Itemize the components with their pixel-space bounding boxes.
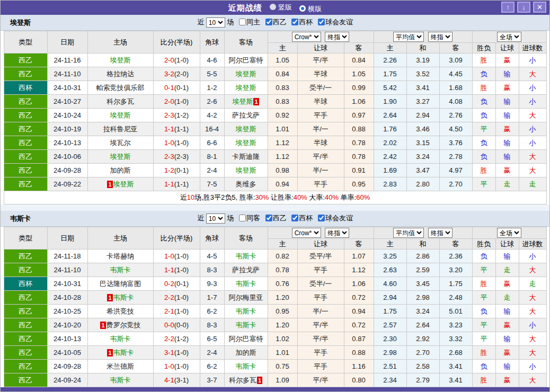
col-goals: 进球数 (519, 239, 546, 250)
scope-select[interactable]: 全场 (497, 32, 521, 42)
away-team: 阿尔巴塞特 (224, 332, 268, 346)
result-goals: 小 (519, 136, 546, 150)
match-date: 24-10-24 (47, 109, 87, 122)
avg-final-select[interactable]: 终指 (428, 32, 453, 42)
avg-away-odds: 1.75 (439, 277, 472, 291)
result-goals: 小 (519, 318, 546, 332)
fulltime-score: 2-2 (164, 293, 174, 301)
col-avg-home: 主 (374, 43, 406, 54)
layout-radio-horizontal[interactable]: 横版 (299, 2, 322, 16)
halftime-score: (2-3) (174, 153, 189, 161)
home-team: 1费罗尔竞技 (87, 318, 153, 332)
away-team-name: 埃登斯 (236, 125, 256, 133)
match-count-select[interactable]: 10 (206, 213, 225, 224)
ah-line: 半/一 (297, 122, 344, 136)
match-score: 2-1(1-0) (153, 305, 200, 318)
match-date: 24-10-28 (47, 291, 87, 305)
same-venue-label[interactable]: 同客 (246, 214, 260, 222)
fulltime-score: 0-0 (164, 321, 174, 329)
move-down-button[interactable]: ↓ (517, 2, 530, 13)
away-team-name: 萨拉戈萨 (232, 266, 260, 274)
corner-score: 4-6 (200, 54, 224, 67)
table-row: 西杯 24-10-31 巴达隆纳富图 0-2(0-1) 9-3 韦斯卡 0.76… (4, 277, 546, 291)
table-row: 西乙 24-09-28 加的斯 1-2(0-1) 2-4 埃登斯 0.98 半/… (4, 164, 546, 177)
home-team: 格拉纳达 (87, 67, 153, 81)
league-checkbox-cup[interactable] (291, 215, 298, 221)
col-ah-away: 客 (344, 43, 374, 54)
ah-away-odds: 0.72 (344, 318, 374, 332)
match-date: 24-10-06 (47, 150, 87, 164)
avg-home-odds: 5.42 (374, 81, 406, 95)
result-wdl: 胜 (472, 81, 495, 95)
corner-score: 8-3 (200, 263, 224, 277)
result-handicap: 赢 (495, 373, 519, 387)
result-handicap: 赢 (495, 164, 519, 177)
league-label-friendly[interactable]: 球会友谊 (325, 214, 353, 222)
radio-horizontal-icon[interactable] (299, 5, 306, 12)
same-venue-label[interactable]: 同主 (246, 18, 260, 26)
league-label-segunda[interactable]: 西乙 (273, 214, 287, 222)
avg-away-odds: 1.68 (439, 81, 472, 95)
corner-score: 16-4 (200, 122, 224, 136)
result-wdl: 负 (472, 150, 495, 164)
layout-radio-vertical[interactable]: 竖版 (270, 0, 292, 14)
halftime-score: (1-0) (174, 266, 189, 274)
result-dropdown: 全场 (472, 31, 546, 43)
radio-horizontal-label[interactable]: 横版 (308, 2, 322, 16)
league-checkbox-segunda[interactable] (265, 215, 272, 221)
scope-select[interactable]: 全场 (497, 228, 521, 238)
league-label-friendly[interactable]: 球会友谊 (325, 18, 353, 26)
league-badge: 西乙 (4, 122, 47, 136)
avg-odds-select[interactable]: 平均值 (393, 228, 424, 238)
away-team: 埃登斯1 (224, 95, 268, 109)
result-goals: 大 (519, 150, 546, 164)
same-venue-checkbox[interactable] (239, 215, 246, 221)
league-checkbox-friendly[interactable] (318, 215, 325, 221)
away-team-name: 阿尔梅里亚 (229, 293, 263, 301)
col-away: 客场 (224, 227, 268, 250)
league-label-cup[interactable]: 西杯 (299, 214, 313, 222)
match-date: 24-11-10 (47, 67, 87, 81)
ah-away-odds: 0.95 (344, 177, 374, 191)
match-score: 2-2(1-2) (153, 332, 200, 346)
result-handicap: 输 (495, 109, 519, 122)
result-wdl: 负 (472, 250, 495, 263)
ah-away-odds: 0.72 (344, 291, 374, 305)
fulltime-score: 3-2 (164, 70, 174, 78)
ah-line: 受半/一 (297, 81, 344, 95)
close-button[interactable]: ✕ (533, 2, 546, 13)
avg-home-odds: 1.90 (374, 95, 406, 109)
same-venue-checkbox[interactable] (239, 19, 246, 25)
league-checkbox-segunda[interactable] (265, 19, 272, 25)
league-badge: 西乙 (4, 360, 47, 373)
result-wdl: 胜 (472, 164, 495, 177)
radio-vertical-label[interactable]: 竖版 (278, 0, 292, 14)
league-label-segunda[interactable]: 西乙 (273, 18, 287, 26)
league-checkbox-cup[interactable] (291, 19, 298, 25)
radio-vertical-icon[interactable] (270, 4, 276, 10)
match-score: 3-1(1-0) (153, 346, 200, 360)
avg-draw-odds: 3.15 (406, 136, 439, 150)
league-label-cup[interactable]: 西杯 (299, 18, 313, 26)
match-count-select[interactable]: 10 (206, 17, 225, 28)
ah-away-odds: 0.88 (344, 346, 374, 360)
odds-source-select[interactable]: Crow* (292, 228, 321, 238)
avg-away-odds: 2.48 (439, 291, 472, 305)
result-handicap: 输 (495, 360, 519, 373)
away-team-name: 奥维多 (236, 180, 256, 188)
avg-final-select[interactable]: 终指 (428, 228, 453, 238)
col-ah-line: 让球 (297, 239, 344, 250)
odds-final-select[interactable]: 终指 (325, 32, 349, 42)
league-badge: 西乙 (4, 346, 47, 360)
league-checkbox-friendly[interactable] (318, 19, 325, 25)
odds-final-select[interactable]: 终指 (325, 228, 349, 238)
ah-line: 平手 (297, 360, 344, 373)
col-wdl: 胜负 (472, 43, 495, 54)
ah-line: 半/一 (297, 305, 344, 318)
col-avg-away: 客 (439, 43, 472, 54)
avg-odds-select[interactable]: 平均值 (393, 32, 424, 42)
odds-source-select[interactable]: Crow* (292, 32, 321, 42)
title-bar: 近期战绩 竖版 横版 ↑ ↓ ✕ (1, 1, 549, 15)
move-up-button[interactable]: ↑ (501, 2, 514, 13)
corner-score: 6-6 (200, 136, 224, 150)
